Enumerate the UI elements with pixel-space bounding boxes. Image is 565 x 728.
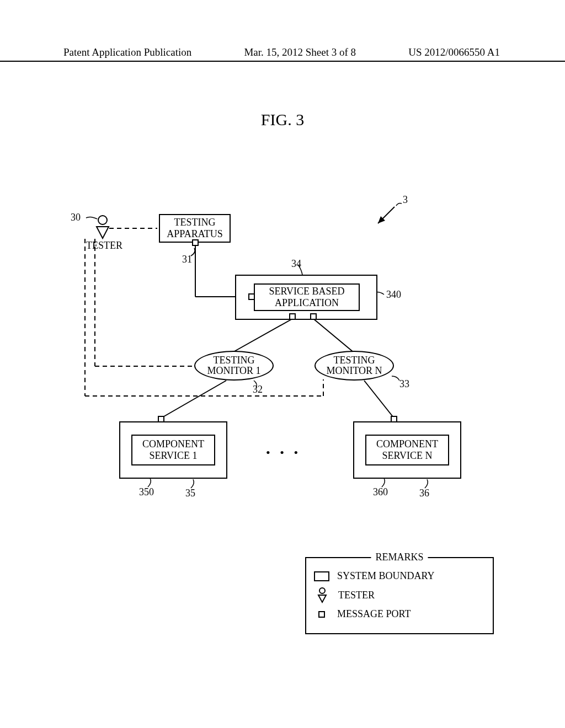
header-left: Patent Application Publication [63,46,191,58]
ref-35: 35 [185,488,195,499]
ref-3: 3 [403,194,408,206]
remarks-port-label: MESSAGE PORT [337,608,411,620]
header-right: US 2012/0066550 A1 [408,46,500,58]
ref-360: 360 [373,486,388,498]
header-center: Mar. 15, 2012 Sheet 3 of 8 [244,46,356,58]
system-boundary-icon [314,571,329,581]
ref-30: 30 [71,212,81,223]
svg-line-15 [364,381,394,418]
testing-monitor-n: TESTING MONITOR N [315,351,394,381]
port-icon [158,416,164,422]
svg-point-2 [98,216,107,224]
diagram: 3 30 TESTER TESTING APPARATUS 31 34 SERV… [66,204,497,546]
svg-line-12 [233,319,292,352]
port-icon [310,313,317,320]
remarks-row-tester: TESTER [314,587,485,603]
svg-line-14 [161,381,226,418]
svg-point-16 [319,588,325,593]
port-icon [192,239,199,246]
remarks-tester-label: TESTER [338,590,375,601]
ref-31: 31 [182,254,192,265]
tester-label: TESTER [86,240,122,251]
ref-33: 33 [399,378,409,390]
svg-marker-17 [318,595,326,602]
remarks-box: REMARKS SYSTEM BOUNDARY TESTER MESSAGE P… [305,557,494,634]
remarks-row-boundary: SYSTEM BOUNDARY [314,570,485,582]
tester-icon [317,587,327,603]
page: Patent Application Publication Mar. 15, … [0,0,565,728]
ref-340: 340 [386,289,401,301]
ref-36: 36 [419,488,429,499]
component-service-n: COMPONENT SERVICE N [365,435,449,465]
component-service-1: COMPONENT SERVICE 1 [131,435,215,465]
dots: • • • [266,446,301,460]
ref-350: 350 [139,486,154,498]
ref-32: 32 [253,384,263,395]
port-icon [391,416,397,422]
port-icon [289,313,296,320]
testing-monitor-1: TESTING MONITOR 1 [194,351,274,381]
message-port-icon [318,611,325,618]
diagram-lines [66,204,497,546]
remarks-row-port: MESSAGE PORT [314,608,485,620]
ref-34: 34 [291,258,301,270]
service-based-application: SERVICE BASED APPLICATION [254,283,360,311]
port-icon [248,293,255,300]
svg-line-13 [313,319,353,352]
svg-marker-3 [97,227,109,238]
testing-apparatus-box: TESTING APPARATUS [159,214,231,243]
remarks-boundary-label: SYSTEM BOUNDARY [337,570,435,582]
figure-title: FIG. 3 [0,110,565,129]
page-header: Patent Application Publication Mar. 15, … [0,46,565,62]
remarks-title: REMARKS [371,552,428,563]
